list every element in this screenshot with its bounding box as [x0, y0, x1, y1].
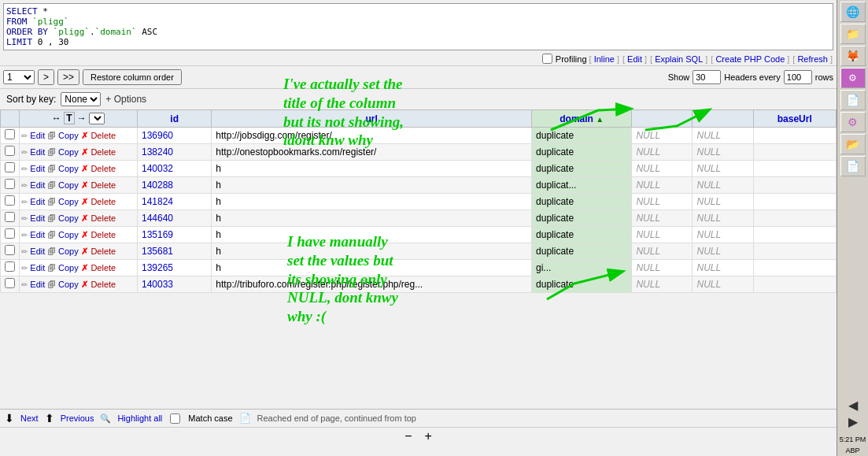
copy-btn[interactable]: Copy	[58, 230, 79, 239]
col-baseurl-header[interactable]: baseUrl	[753, 110, 836, 128]
sql-box: SELECT * FROM `pligg` ORDER BY `pligg`.`…	[3, 3, 833, 50]
edit-btn[interactable]: Edit	[30, 213, 45, 223]
action-cell: ✏ Edit 🗐 Copy ✗ Delete	[20, 128, 138, 144]
copy-btn[interactable]: Copy	[58, 180, 79, 190]
row-checkbox[interactable]	[5, 212, 15, 222]
prev-bottom-link[interactable]: Previous	[61, 413, 94, 423]
col-id-header[interactable]: id	[138, 110, 212, 128]
minus-btn[interactable]: −	[404, 429, 412, 443]
delete-btn[interactable]: Delete	[90, 197, 116, 206]
row-checkbox[interactable]	[5, 245, 15, 255]
time-display: 5:21 PM	[838, 434, 868, 445]
table-row: ✏ Edit 🗐 Copy ✗ Delete 139265hgi...NULLN…	[1, 260, 837, 276]
delete-btn[interactable]: Delete	[90, 164, 116, 173]
cell-domain: duplicate	[532, 227, 632, 243]
cell-col7: NULL	[693, 177, 753, 194]
page-select[interactable]: 1	[3, 70, 35, 84]
cell-id: 135169	[138, 227, 212, 243]
taskbar-btn-7[interactable]: 📂	[840, 134, 866, 154]
restore-column-order-btn[interactable]: Restore column order	[83, 69, 182, 85]
headers-label: Headers every	[724, 72, 781, 82]
col-toggle-select[interactable]: ▼	[89, 113, 105, 124]
scroll-up-btn[interactable]: ◀	[848, 398, 858, 413]
row-checkbox[interactable]	[5, 195, 15, 206]
cell-url: h	[212, 243, 532, 260]
row-checkbox[interactable]	[5, 179, 15, 189]
table-row: ✏ Edit 🗐 Copy ✗ Delete 144640hduplicateN…	[1, 210, 837, 227]
cell-baseurl	[753, 243, 836, 260]
copy-btn[interactable]: Copy	[58, 164, 79, 173]
last-btn[interactable]: >>	[57, 69, 79, 85]
explain-sql-link[interactable]: Explain SQL	[655, 54, 703, 64]
edit-btn[interactable]: Edit	[30, 131, 45, 140]
highlight-all-link[interactable]: Highlight all	[117, 413, 162, 423]
plus-btn[interactable]: +	[425, 429, 432, 443]
row-checkbox[interactable]	[5, 129, 15, 139]
create-php-link[interactable]: Create PHP Code	[715, 54, 785, 64]
match-case-checkbox[interactable]	[170, 413, 180, 424]
headers-every-input[interactable]	[784, 70, 812, 84]
taskbar-btn-8[interactable]: 📄	[840, 156, 866, 176]
copy-btn[interactable]: Copy	[58, 147, 79, 157]
sort-select[interactable]: None	[61, 92, 101, 106]
options-link[interactable]: + Options	[105, 94, 146, 105]
copy-btn[interactable]: Copy	[58, 247, 79, 256]
delete-btn[interactable]: Delete	[90, 230, 116, 239]
edit-btn[interactable]: Edit	[30, 164, 45, 173]
delete-btn[interactable]: Delete	[90, 247, 116, 256]
cell-col6: NULL	[632, 227, 693, 243]
edit-btn[interactable]: Edit	[30, 230, 45, 239]
row-checkbox[interactable]	[5, 162, 15, 172]
cell-baseurl	[753, 128, 836, 144]
copy-btn[interactable]: Copy	[58, 131, 79, 140]
edit-btn[interactable]: Edit	[30, 180, 45, 190]
cell-domain: duplicate	[532, 128, 632, 144]
row-checkbox[interactable]	[5, 278, 15, 288]
cell-col6: NULL	[632, 161, 693, 177]
profiling-checkbox[interactable]	[542, 54, 552, 64]
next-bottom-link[interactable]: Next	[20, 413, 39, 423]
edit-btn[interactable]: Edit	[30, 147, 45, 157]
taskbar-btn-6[interactable]: ⚙	[840, 112, 866, 132]
taskbar-btn-1[interactable]: 🌐	[840, 2, 866, 22]
delete-btn[interactable]: Delete	[90, 180, 116, 190]
row-checkbox[interactable]	[5, 228, 15, 239]
taskbar-btn-4[interactable]: ⚙	[840, 68, 866, 88]
taskbar-btn-2[interactable]: 📁	[840, 24, 866, 44]
cell-id: 138240	[138, 144, 212, 161]
next-btn[interactable]: >	[38, 69, 54, 85]
edit-btn[interactable]: Edit	[30, 263, 45, 272]
cell-col7: NULL	[693, 260, 753, 276]
delete-btn[interactable]: Delete	[90, 263, 116, 272]
col-url-header[interactable]: url	[212, 110, 532, 128]
copy-btn[interactable]: Copy	[58, 197, 79, 206]
edit-btn[interactable]: Edit	[30, 197, 45, 206]
delete-btn[interactable]: Delete	[90, 131, 116, 140]
taskbar-btn-3[interactable]: 🦊	[840, 46, 866, 66]
row-checkbox[interactable]	[5, 261, 15, 272]
edit-link[interactable]: Edit	[627, 54, 642, 64]
cell-domain: gi...	[532, 260, 632, 276]
copy-btn[interactable]: Copy	[58, 263, 79, 272]
col-domain-header[interactable]: domain ▲	[532, 110, 632, 128]
copy-btn[interactable]: Copy	[58, 280, 79, 289]
delete-btn[interactable]: Delete	[90, 213, 116, 223]
copy-btn[interactable]: Copy	[58, 213, 79, 223]
delete-btn[interactable]: Delete	[90, 147, 116, 157]
edit-btn[interactable]: Edit	[30, 280, 45, 289]
rows-label: rows	[815, 72, 833, 82]
edit-btn[interactable]: Edit	[30, 247, 45, 256]
inline-link[interactable]: Inline	[594, 54, 615, 64]
cell-baseurl	[753, 177, 836, 194]
cell-col6: NULL	[632, 260, 693, 276]
scroll-down-btn[interactable]: ▶	[848, 414, 858, 429]
action-cell: ✏ Edit 🗐 Copy ✗ Delete	[20, 276, 138, 293]
refresh-link[interactable]: Refresh	[797, 54, 828, 64]
delete-btn[interactable]: Delete	[90, 280, 116, 289]
cell-id: 135681	[138, 243, 212, 260]
show-rows-input[interactable]	[693, 70, 721, 84]
taskbar-btn-5[interactable]: 📄	[840, 90, 866, 110]
cell-domain: duplicate	[532, 210, 632, 227]
data-table: ↔ T → ▼ id url domain ▲ baseUrl	[0, 109, 837, 293]
row-checkbox[interactable]	[5, 146, 15, 156]
